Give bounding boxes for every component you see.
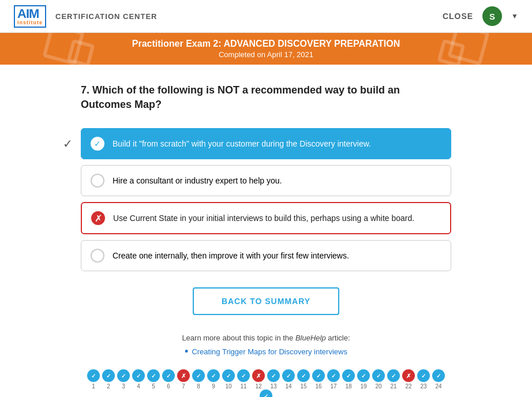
q-nav-item-20: ✓20 xyxy=(372,369,385,389)
main-content: 7. Which of the following is NOT a recom… xyxy=(0,65,532,397)
q-nav-item-4: ✓4 xyxy=(132,369,145,389)
header: AIM Institute CERTIFICATION CENTER CLOSE… xyxy=(0,0,532,33)
check-icon: ✓ xyxy=(271,373,276,379)
q-num-label-20: 20 xyxy=(375,383,381,389)
q-dot-4[interactable]: ✓ xyxy=(132,369,145,382)
close-button[interactable]: CLOSE xyxy=(443,12,473,21)
logo: AIM Institute xyxy=(14,5,46,28)
q-num-label-22: 22 xyxy=(405,383,411,389)
logo-aim-text: AIM xyxy=(17,8,39,20)
q-dot-5[interactable]: ✓ xyxy=(147,369,160,382)
q-dot-11[interactable]: ✓ xyxy=(237,369,250,382)
q-nav-item-14: ✓14 xyxy=(282,369,295,389)
option-a[interactable]: ✓ ✓ Build it "from scratch" with your cu… xyxy=(81,128,451,159)
options-container: ✓ ✓ Build it "from scratch" with your cu… xyxy=(81,128,451,271)
q-dot-18[interactable]: ✓ xyxy=(342,369,355,382)
q-num-label-10: 10 xyxy=(225,383,231,389)
q-dot-7[interactable]: ✗ xyxy=(177,369,190,382)
q-dot-21[interactable]: ✓ xyxy=(387,369,400,382)
question-text: 7. Which of the following is NOT a recom… xyxy=(81,83,451,112)
q-nav-item-15: ✓15 xyxy=(297,369,310,389)
q-num-label-19: 19 xyxy=(360,383,366,389)
q-dot-3[interactable]: ✓ xyxy=(117,369,130,382)
q-dot-8[interactable]: ✓ xyxy=(192,369,205,382)
q-num-label-4: 4 xyxy=(137,383,140,389)
learn-more-link-row: • Creating Trigger Maps for Discovery in… xyxy=(81,346,451,358)
q-nav-item-1: ✓1 xyxy=(87,369,100,389)
q-dot-1[interactable]: ✓ xyxy=(87,369,100,382)
check-icon: ✓ xyxy=(421,373,426,379)
x-icon: ✗ xyxy=(406,373,411,379)
q-num-label-13: 13 xyxy=(270,383,276,389)
q-dot-12[interactable]: ✗ xyxy=(252,369,265,382)
q-nav-item-24: ✓24 xyxy=(432,369,445,389)
avatar[interactable]: S xyxy=(482,6,502,26)
q-num-label-21: 21 xyxy=(390,383,396,389)
option-b-text: Hire a consultant or industry expert to … xyxy=(113,175,282,187)
check-icon: ✓ xyxy=(241,373,246,379)
check-icon: ✓ xyxy=(136,373,141,379)
check-icon: ✓ xyxy=(151,373,156,379)
q-dot-2[interactable]: ✓ xyxy=(102,369,115,382)
q-nav-item-7: ✗7 xyxy=(177,369,190,389)
check-icon: ✓ xyxy=(91,373,96,379)
q-nav-item-18: ✓18 xyxy=(342,369,355,389)
check-icon: ✓ xyxy=(301,373,306,379)
q-num-label-8: 8 xyxy=(197,383,200,389)
header-left: AIM Institute CERTIFICATION CENTER xyxy=(14,5,157,28)
back-to-summary-button[interactable]: BACK TO SUMMARY xyxy=(193,287,339,315)
q-nav-item-22: ✗22 xyxy=(402,369,415,389)
q-nav-item-16: ✓16 xyxy=(312,369,325,389)
q-nav-item-13: ✓13 xyxy=(267,369,280,389)
q-dot-19[interactable]: ✓ xyxy=(357,369,370,382)
q-dot-25[interactable]: ✓ xyxy=(260,389,272,397)
q-num-label-11: 11 xyxy=(240,383,246,389)
logo-box: AIM Institute xyxy=(14,5,46,28)
q-dot-23[interactable]: ✓ xyxy=(417,369,430,382)
checkmark-icon: ✓ xyxy=(94,139,101,148)
q-num-label-9: 9 xyxy=(212,383,215,389)
q-dot-6[interactable]: ✓ xyxy=(162,369,175,382)
option-b-icon xyxy=(91,174,104,188)
q-dot-15[interactable]: ✓ xyxy=(297,369,310,382)
avatar-chevron-icon[interactable]: ▼ xyxy=(511,12,518,20)
option-b[interactable]: Hire a consultant or industry expert to … xyxy=(81,165,451,196)
option-a-text: Build it "from scratch" with your custom… xyxy=(113,138,371,150)
check-icon: ✓ xyxy=(331,373,336,379)
q-num-label-16: 16 xyxy=(315,383,321,389)
q-dot-13[interactable]: ✓ xyxy=(267,369,280,382)
correct-checkmark-indicator: ✓ xyxy=(63,137,73,151)
q-nav-item-5: ✓5 xyxy=(147,369,160,389)
check-icon: ✓ xyxy=(346,373,351,379)
q-nav-item-10: ✓10 xyxy=(222,369,235,389)
question-nav: ✓1✓2✓3✓4✓5✓6✗7✓8✓9✓10✓11✗12✓13✓14✓15✓16✓… xyxy=(81,369,451,397)
q-dot-20[interactable]: ✓ xyxy=(372,369,385,382)
x-icon: ✗ xyxy=(95,213,102,224)
q-dot-16[interactable]: ✓ xyxy=(312,369,325,382)
learn-more-prefix: Learn more about this topic in the xyxy=(182,334,295,342)
q-num-label-6: 6 xyxy=(167,383,170,389)
option-c-icon: ✗ xyxy=(91,211,105,225)
option-a-icon: ✓ xyxy=(91,137,104,151)
q-dot-24[interactable]: ✓ xyxy=(432,369,445,382)
q-nav-item-3: ✓3 xyxy=(117,369,130,389)
option-c[interactable]: ✗ Use Current State in your initial inte… xyxy=(81,202,451,234)
option-c-text: Use Current State in your initial interv… xyxy=(113,213,414,224)
q-dot-9[interactable]: ✓ xyxy=(207,369,220,382)
q-num-label-17: 17 xyxy=(330,383,336,389)
q-dot-22[interactable]: ✗ xyxy=(402,369,415,382)
q-nav-item-12: ✗12 xyxy=(252,369,265,389)
learn-more-suffix: article: xyxy=(326,334,350,342)
q-dot-14[interactable]: ✓ xyxy=(282,369,295,382)
check-icon: ✓ xyxy=(196,373,201,379)
q-dot-10[interactable]: ✓ xyxy=(222,369,235,382)
q-nav-item-2: ✓2 xyxy=(102,369,115,389)
option-d-text: Create one internally, then improve it w… xyxy=(113,250,349,262)
option-d[interactable]: Create one internally, then improve it w… xyxy=(81,240,451,271)
check-icon: ✓ xyxy=(264,393,268,397)
q-num-label-7: 7 xyxy=(182,383,185,389)
q-dot-17[interactable]: ✓ xyxy=(327,369,340,382)
check-icon: ✓ xyxy=(211,373,216,379)
q-num-label-2: 2 xyxy=(107,383,110,389)
learn-more-link[interactable]: Creating Trigger Maps for Discovery inte… xyxy=(192,347,347,356)
